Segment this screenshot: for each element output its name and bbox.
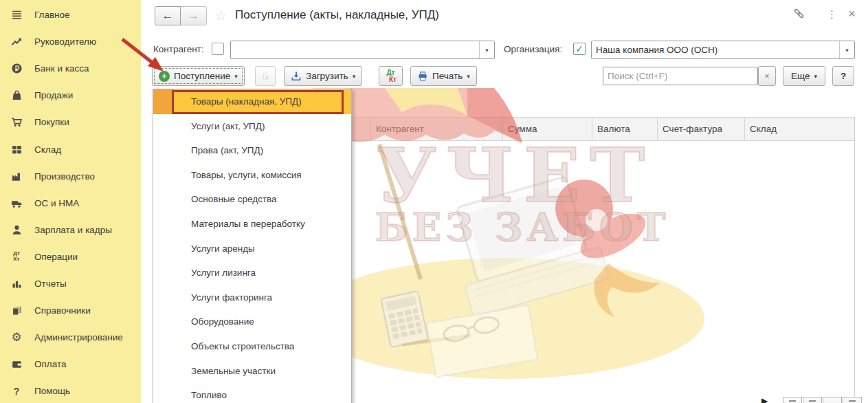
more-button[interactable]: Еще ▾: [783, 66, 825, 86]
link-icon[interactable]: [792, 7, 805, 23]
bag-icon: [9, 89, 24, 102]
load-label: Загрузить: [306, 71, 348, 81]
column-spacer: [353, 118, 370, 140]
menu-item-factoring-services[interactable]: Услуги факторинга: [153, 285, 351, 310]
sidebar-item-manager[interactable]: Руководителю: [0, 28, 141, 55]
sidebar-item-fixed-assets[interactable]: ОС и НМА: [0, 190, 141, 217]
sidebar-item-operations[interactable]: ДтКт Операции: [0, 243, 141, 270]
gear-icon: ⚙: [9, 331, 24, 345]
menu-item-equipment[interactable]: Оборудование: [153, 309, 351, 334]
column-currency[interactable]: Валюта: [592, 118, 657, 140]
help-button[interactable]: ?: [832, 66, 854, 86]
chevron-down-icon: ▾: [814, 73, 817, 80]
sidebar-item-help[interactable]: ? Помощь: [0, 378, 141, 403]
menu-item-land-plots[interactable]: Земельные участки: [153, 359, 351, 384]
ruble-circle-icon: [9, 62, 24, 76]
chevron-down-icon: ▾: [353, 73, 356, 80]
search-input[interactable]: [603, 67, 758, 85]
chevron-down-icon[interactable]: ▾: [839, 41, 854, 58]
scroll-top-button[interactable]: [783, 397, 802, 403]
sidebar-item-label: Производство: [34, 171, 95, 182]
sidebar-item-payroll[interactable]: Зарплата и кадры: [0, 217, 141, 243]
menu-item-rent-services[interactable]: Услуги аренды: [153, 237, 351, 261]
bar-chart-icon: [9, 276, 24, 290]
menu-item-leasing-services[interactable]: Услуги лизинга: [153, 261, 351, 285]
sidebar-item-label: Продажи: [34, 90, 73, 100]
sidebar-item-administration[interactable]: ⚙ Администрирование: [0, 324, 141, 351]
grid-icon: [9, 142, 24, 156]
menu-item-fixed-assets[interactable]: Основные средства: [153, 187, 351, 212]
sidebar-item-warehouse[interactable]: Склад: [0, 135, 141, 162]
sidebar-item-label: Руководителю: [34, 36, 96, 47]
sidebar-item-label: Склад: [34, 144, 61, 155]
dtkt-postings-button[interactable]: Дт Кт: [379, 66, 403, 86]
trend-icon: [9, 35, 24, 49]
sidebar-item-label: Зарплата и кадры: [34, 225, 112, 235]
new-receipt-button[interactable]: + Поступление ▾: [152, 66, 245, 86]
organization-checkbox[interactable]: ✓: [573, 43, 586, 55]
menu-item-fuel[interactable]: Топливо: [153, 383, 351, 403]
menu-item-materials-processing[interactable]: Материалы в переработку: [153, 212, 351, 237]
menu-item-goods-services-commission[interactable]: Товары, услуги, комиссия: [153, 163, 351, 188]
column-contractor[interactable]: Контрагент: [370, 118, 502, 140]
sidebar-item-payment[interactable]: Оплата: [0, 351, 141, 378]
scroll-bottom-button[interactable]: [843, 397, 862, 403]
back-button[interactable]: ←: [155, 6, 181, 25]
column-amount[interactable]: Сумма: [502, 118, 592, 140]
chevron-down-icon: ▾: [467, 73, 470, 80]
truck-icon: [9, 196, 24, 210]
sidebar-item-bank[interactable]: Банк и касса: [0, 55, 141, 82]
contractor-combo-value: [231, 41, 479, 58]
sidebar-item-label: ОС и НМА: [34, 198, 79, 208]
contractor-combo[interactable]: ▾: [230, 41, 495, 59]
menu-item-rights[interactable]: Права (акт, УПД): [153, 138, 351, 163]
more-menu-icon[interactable]: ⋮: [827, 8, 837, 21]
sidebar: Главное Руководителю Банк и касса Продаж…: [0, 0, 141, 403]
copy-document-button[interactable]: [255, 66, 276, 86]
sidebar-item-label: Главное: [34, 10, 70, 20]
close-icon[interactable]: ×: [848, 7, 856, 21]
scroll-down-button[interactable]: [823, 397, 842, 403]
chevron-down-icon: ▾: [234, 73, 238, 80]
sidebar-item-directories[interactable]: Справочники: [0, 297, 141, 324]
load-button[interactable]: Загрузить ▾: [284, 66, 362, 86]
menu-item-services[interactable]: Услуги (акт, УПД): [153, 114, 351, 139]
column-warehouse[interactable]: Склад: [744, 118, 854, 140]
forward-button[interactable]: →: [181, 6, 207, 25]
dtkt-icon: ДтКт: [9, 250, 24, 263]
organization-combo[interactable]: Наша компания ООО (ОСН) ▾: [591, 41, 855, 59]
chevron-down-icon[interactable]: ▾: [479, 41, 494, 58]
sidebar-item-label: Операции: [34, 252, 78, 262]
sidebar-item-label: Справочники: [34, 305, 91, 316]
main-content: ← → ☆ Поступление (акты, накладные, УПД)…: [141, 0, 868, 403]
organization-combo-value: Наша компания ООО (ОСН): [592, 41, 839, 58]
question-icon: ?: [9, 384, 24, 398]
sidebar-item-sales[interactable]: Продажи: [0, 82, 141, 109]
download-icon: [291, 71, 302, 82]
column-invoice[interactable]: Счет-фактура: [657, 118, 744, 140]
table-right-border: [854, 117, 855, 397]
menu-icon: [9, 8, 24, 22]
contractor-checkbox[interactable]: [212, 43, 224, 55]
scroll-up-button[interactable]: [803, 397, 822, 403]
print-button[interactable]: Печать ▾: [410, 66, 477, 86]
list-marker-icon: ▶: [761, 396, 768, 403]
wallet-icon: [9, 358, 24, 371]
sidebar-item-main[interactable]: Главное: [0, 1, 141, 28]
sidebar-item-purchases[interactable]: Покупки: [0, 109, 141, 135]
sidebar-item-label: Помощь: [34, 386, 70, 396]
table-header: Контрагент Сумма Валюта Счет-фактура Скл…: [353, 117, 854, 141]
search-clear-button[interactable]: ×: [758, 66, 776, 86]
sidebar-item-label: Банк и касса: [34, 63, 89, 74]
menu-item-construction-objects[interactable]: Объекты строительства: [153, 334, 351, 359]
printer-icon: [417, 71, 428, 82]
sidebar-item-production[interactable]: Производство: [0, 163, 141, 190]
factory-icon: [9, 169, 24, 183]
favorite-star-icon[interactable]: ☆: [214, 8, 227, 24]
sidebar-item-reports[interactable]: Отчеты: [0, 270, 141, 297]
menu-item-goods[interactable]: Товары (накладная, УПД): [153, 89, 351, 114]
history-nav: ← →: [155, 6, 207, 25]
sidebar-item-label: Отчеты: [34, 279, 67, 289]
new-receipt-label: Поступление: [174, 71, 230, 81]
person-icon: [9, 223, 24, 237]
